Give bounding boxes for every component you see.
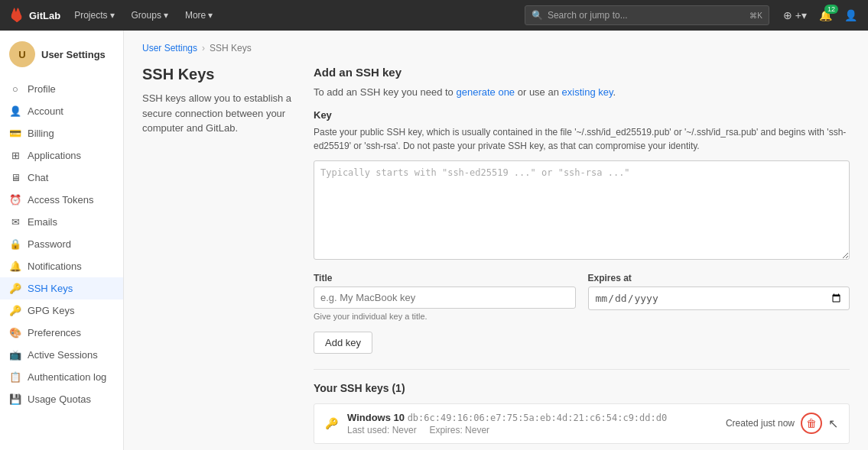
sidebar-label-password: Password xyxy=(28,238,71,250)
sidebar-item-notifications[interactable]: 🔔 Notifications xyxy=(0,255,123,277)
profile-icon: ○ xyxy=(9,83,21,95)
expires-input[interactable] xyxy=(588,287,850,310)
password-icon: 🔒 xyxy=(9,238,21,250)
projects-menu[interactable]: Projects ▾ xyxy=(68,7,120,24)
sidebar-label-account: Account xyxy=(28,105,63,117)
key-row-info: Windows 10 db:6c:49:16:06:e7:75:5a:eb:4d… xyxy=(347,412,717,435)
breadcrumb-parent[interactable]: User Settings xyxy=(142,43,197,53)
keys-section: Your SSH keys (1) 🔑 Windows 10 db:6c:49:… xyxy=(314,369,850,444)
sidebar-label-ssh-keys: SSH Keys xyxy=(28,283,73,294)
delete-key-button[interactable]: 🗑 xyxy=(801,413,822,434)
search-icon: 🔍 xyxy=(532,10,543,21)
sidebar-label-active-sessions: Active Sessions xyxy=(28,349,98,361)
key-icon: 🔑 xyxy=(325,417,338,429)
existing-key-link[interactable]: existing key xyxy=(562,86,613,98)
main-content: User Settings › SSH Keys SSH Keys SSH ke… xyxy=(124,31,868,450)
add-section-title: Add an SSH key xyxy=(314,66,850,79)
sidebar-item-ssh-keys[interactable]: 🔑 SSH Keys xyxy=(0,277,123,299)
add-ssh-section: Add an SSH key To add an SSH key you nee… xyxy=(314,66,850,354)
sidebar-item-emails[interactable]: ✉ Emails xyxy=(0,211,123,233)
expires-label: Expires at xyxy=(588,273,850,283)
gpg-keys-icon: 🔑 xyxy=(9,305,21,316)
title-label: Title xyxy=(314,273,576,283)
more-menu[interactable]: More ▾ xyxy=(179,7,219,24)
key-field-label: Key xyxy=(314,109,850,121)
title-input[interactable] xyxy=(314,287,576,309)
sidebar-item-billing[interactable]: 💳 Billing xyxy=(0,122,123,144)
sidebar-label-usage-quotas: Usage Quotas xyxy=(28,393,91,405)
sidebar-label-gpg-keys: GPG Keys xyxy=(28,305,74,316)
auth-log-icon: 📋 xyxy=(9,371,21,383)
sidebar-label-auth-log: Authentication log xyxy=(28,371,106,383)
sidebar-item-auth-log[interactable]: 📋 Authentication log xyxy=(0,366,123,388)
create-button[interactable]: ⊕ +▾ xyxy=(780,6,810,24)
sidebar-label-applications: Applications xyxy=(28,150,81,161)
groups-menu[interactable]: Groups ▾ xyxy=(125,7,174,24)
notifications-icon: 🔔 xyxy=(9,261,21,272)
add-intro: To add an SSH key you need to generate o… xyxy=(314,85,850,100)
sidebar-item-password[interactable]: 🔒 Password xyxy=(0,233,123,255)
expires-group: Expires at xyxy=(588,273,850,310)
sidebar-item-chat[interactable]: 🖥 Chat xyxy=(0,167,123,189)
search-shortcut: ⌘K xyxy=(749,11,762,20)
title-hint: Give your individual key a title. xyxy=(314,312,576,321)
emails-icon: ✉ xyxy=(9,216,21,228)
key-last-used: Last used: Never xyxy=(347,425,417,435)
gitlab-logo: GitLab xyxy=(8,7,60,24)
key-meta: Last used: Never Expires: Never xyxy=(347,425,717,435)
nav-icons: ⊕ +▾ 🔔 12 👤 xyxy=(780,6,860,24)
sidebar-label-access-tokens: Access Tokens xyxy=(28,194,93,206)
sidebar-label-preferences: Preferences xyxy=(28,327,81,338)
key-created: Created just now xyxy=(726,418,795,429)
user-avatar-section: U User Settings xyxy=(0,31,123,78)
page-description: SSH keys allow you to establish a secure… xyxy=(142,91,295,136)
sidebar-item-account[interactable]: 👤 Account xyxy=(0,100,123,122)
user-menu-button[interactable]: 👤 xyxy=(841,6,860,24)
access-tokens-icon: ⏰ xyxy=(9,194,21,206)
logo-text: GitLab xyxy=(29,10,60,21)
sidebar-item-usage-quotas[interactable]: 💾 Usage Quotas xyxy=(0,388,123,410)
sidebar-label-chat: Chat xyxy=(28,172,48,183)
preferences-icon: 🎨 xyxy=(9,327,21,338)
avatar: U xyxy=(9,41,35,67)
keys-list-title: Your SSH keys (1) xyxy=(314,382,850,394)
sidebar-label-billing: Billing xyxy=(28,128,54,139)
title-group: Title Give your individual key a title. xyxy=(314,273,576,321)
usage-quotas-icon: 💾 xyxy=(9,393,21,405)
add-key-button[interactable]: Add key xyxy=(314,332,372,354)
breadcrumb-current: SSH Keys xyxy=(210,43,252,53)
ssh-keys-icon: 🔑 xyxy=(9,283,21,294)
sidebar-item-gpg-keys[interactable]: 🔑 GPG Keys xyxy=(0,299,123,322)
table-row: 🔑 Windows 10 db:6c:49:16:06:e7:75:5a:eb:… xyxy=(314,403,850,444)
sidebar-label-notifications: Notifications xyxy=(28,261,82,272)
key-textarea[interactable] xyxy=(314,160,850,260)
sidebar-heading: User Settings xyxy=(41,49,106,60)
trash-icon: 🗑 xyxy=(806,417,817,429)
sidebar-item-access-tokens[interactable]: ⏰ Access Tokens xyxy=(0,189,123,211)
sidebar-item-profile[interactable]: ○ Profile xyxy=(0,78,123,100)
key-actions: Created just now 🗑 ↖ xyxy=(726,413,838,434)
form-row: Title Give your individual key a title. … xyxy=(314,273,850,321)
chat-icon: 🖥 xyxy=(9,172,21,183)
search-bar[interactable]: 🔍 Search or jump to... ⌘K xyxy=(525,5,769,25)
sidebar-label-emails: Emails xyxy=(28,216,57,228)
sidebar: U User Settings ○ Profile 👤 Account 💳 Bi… xyxy=(0,31,124,450)
generate-link[interactable]: generate one xyxy=(456,86,515,98)
key-expires: Expires: Never xyxy=(429,425,489,435)
breadcrumb: User Settings › SSH Keys xyxy=(142,43,850,53)
sidebar-item-applications[interactable]: ⊞ Applications xyxy=(0,144,123,167)
left-column: SSH Keys SSH keys allow you to establish… xyxy=(142,66,295,136)
main-layout: U User Settings ○ Profile 👤 Account 💳 Bi… xyxy=(0,31,868,450)
applications-icon: ⊞ xyxy=(9,150,21,161)
active-sessions-icon: 📺 xyxy=(9,349,21,361)
sidebar-item-preferences[interactable]: 🎨 Preferences xyxy=(0,322,123,344)
sidebar-item-active-sessions[interactable]: 📺 Active Sessions xyxy=(0,344,123,366)
key-info-box: Paste your public SSH key, which is usua… xyxy=(314,125,850,153)
key-name: Windows 10 xyxy=(347,412,405,423)
notifications-button[interactable]: 🔔 12 xyxy=(816,6,835,24)
page-title: SSH Keys xyxy=(142,66,295,83)
top-nav: GitLab Projects ▾ Groups ▾ More ▾ 🔍 Sear… xyxy=(0,0,868,31)
billing-icon: 💳 xyxy=(9,128,21,139)
right-column: Add an SSH key To add an SSH key you nee… xyxy=(314,66,850,444)
sidebar-label-profile: Profile xyxy=(28,83,56,95)
